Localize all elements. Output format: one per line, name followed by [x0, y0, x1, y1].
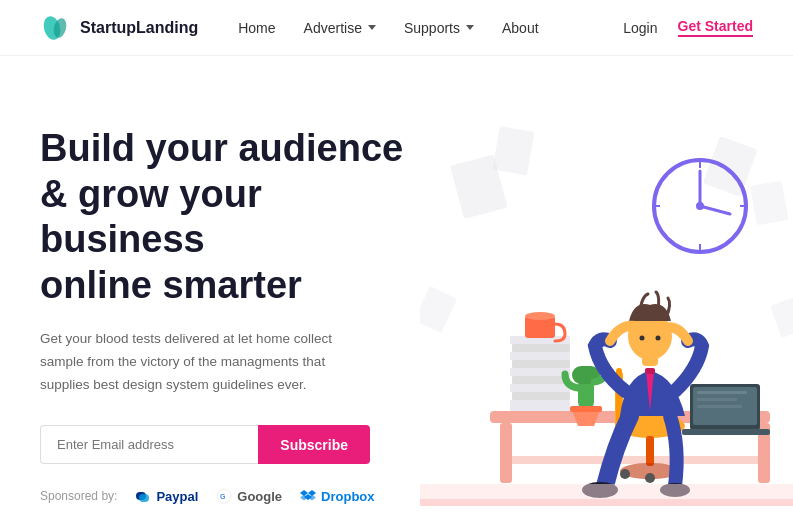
svg-rect-28	[500, 456, 770, 464]
paypal-icon	[135, 488, 151, 504]
email-input[interactable]	[40, 425, 258, 464]
svg-rect-55	[645, 368, 655, 374]
svg-point-54	[656, 336, 661, 341]
svg-rect-62	[697, 405, 742, 408]
svg-rect-37	[510, 400, 570, 411]
illustration-svg	[420, 106, 793, 506]
sponsor-google: G Google	[216, 488, 282, 504]
nav-links: Home Advertise Supports About	[238, 20, 623, 36]
get-started-link[interactable]: Get Started	[678, 18, 753, 37]
svg-rect-42	[570, 406, 602, 412]
subscribe-button[interactable]: Subscribe	[258, 425, 370, 464]
svg-rect-13	[703, 136, 758, 197]
nav-item-advertise[interactable]: Advertise	[304, 20, 376, 36]
svg-rect-15	[420, 286, 457, 333]
sponsors-label: Sponsored by:	[40, 489, 117, 503]
svg-rect-12	[492, 126, 534, 175]
logo-text: StartupLanding	[80, 19, 198, 37]
svg-rect-44	[646, 436, 654, 466]
sponsor-paypal: Paypal	[135, 488, 198, 504]
nav-actions: Login Get Started	[623, 18, 753, 37]
svg-rect-35	[510, 384, 570, 392]
svg-rect-61	[697, 398, 737, 401]
sponsors-section: Sponsored by: Paypal G Google	[40, 488, 420, 504]
nav-link-home[interactable]: Home	[238, 20, 275, 36]
svg-point-53	[640, 336, 645, 341]
svg-rect-65	[420, 499, 793, 506]
hero-title: Build your audience & grow your business…	[40, 126, 420, 308]
subscribe-form: Subscribe	[40, 425, 370, 464]
logo-link[interactable]: StartupLanding	[40, 12, 198, 44]
nav-item-home[interactable]: Home	[238, 20, 275, 36]
nav-link-advertise[interactable]: Advertise	[304, 20, 376, 36]
sponsor-dropbox: Dropbox	[300, 488, 374, 504]
svg-rect-30	[512, 344, 570, 352]
svg-point-47	[645, 473, 655, 483]
svg-point-39	[525, 312, 555, 320]
svg-point-46	[620, 469, 630, 479]
svg-rect-36	[512, 392, 570, 400]
paypal-label: Paypal	[156, 489, 198, 504]
svg-rect-31	[510, 352, 570, 360]
nav-item-supports[interactable]: Supports	[404, 20, 474, 36]
hero-section: Build your audience & grow your business…	[0, 56, 793, 529]
nav-link-supports[interactable]: Supports	[404, 20, 474, 36]
dropbox-icon	[300, 488, 316, 504]
svg-rect-33	[510, 368, 570, 376]
navbar: StartupLanding Home Advertise Supports A…	[0, 0, 793, 56]
svg-rect-34	[512, 376, 570, 384]
login-link[interactable]: Login	[623, 20, 657, 36]
nav-link-about[interactable]: About	[502, 20, 539, 36]
svg-rect-16	[770, 296, 793, 338]
svg-line-20	[700, 206, 730, 214]
google-icon: G	[216, 488, 232, 504]
logo-icon	[40, 12, 72, 44]
svg-text:G: G	[220, 493, 226, 500]
svg-rect-26	[500, 423, 512, 483]
hero-illustration	[420, 96, 793, 516]
svg-rect-32	[512, 360, 570, 368]
google-label: Google	[237, 489, 282, 504]
svg-rect-3	[139, 494, 149, 502]
chevron-down-icon	[368, 25, 376, 30]
nav-item-about[interactable]: About	[502, 20, 539, 36]
svg-rect-60	[697, 391, 747, 394]
hero-description: Get your blood tests delivered at let ho…	[40, 328, 350, 397]
svg-rect-63	[682, 429, 770, 435]
chevron-down-icon	[466, 25, 474, 30]
dropbox-label: Dropbox	[321, 489, 374, 504]
svg-rect-14	[750, 180, 788, 225]
hero-content: Build your audience & grow your business…	[40, 96, 420, 504]
